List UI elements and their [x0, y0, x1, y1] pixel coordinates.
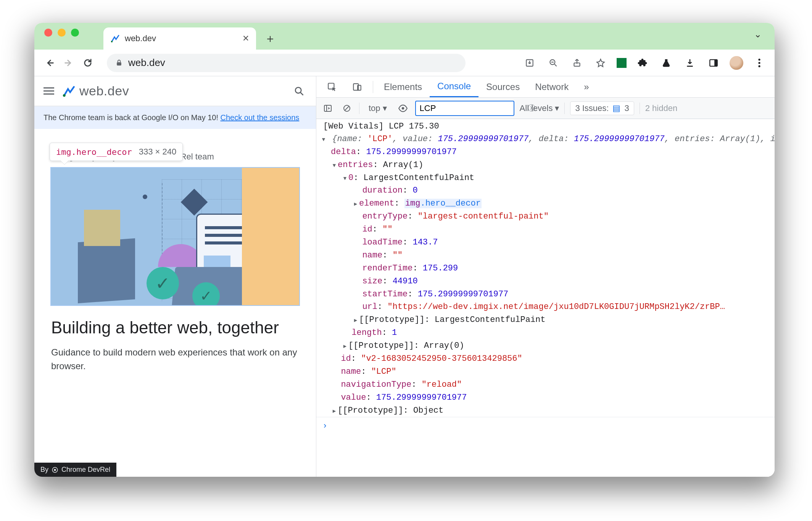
minimize-window-icon[interactable] — [58, 29, 66, 37]
site-header: web.dev — [34, 76, 316, 106]
tab-console[interactable]: Console — [430, 76, 478, 97]
svg-point-9 — [758, 65, 760, 67]
banner-link[interactable]: Check out the sessions — [221, 113, 300, 122]
tab-elements[interactable]: Elements — [376, 76, 430, 97]
svg-point-13 — [54, 469, 56, 471]
issues-button[interactable]: 3 Issues: ▤ 3 — [570, 101, 634, 115]
close-window-icon[interactable] — [44, 29, 52, 37]
address-bar[interactable]: web.dev — [107, 54, 466, 72]
close-tab-icon[interactable]: ✕ — [242, 34, 249, 43]
tab-network[interactable]: Network — [527, 76, 576, 97]
reload-button[interactable] — [80, 55, 95, 71]
browser-toolbar: web.dev — [34, 50, 775, 76]
back-button[interactable] — [42, 55, 57, 71]
install-icon[interactable] — [522, 55, 537, 71]
svg-point-10 — [63, 94, 66, 96]
zoom-icon[interactable] — [546, 55, 561, 71]
svg-point-11 — [295, 87, 301, 93]
forward-button[interactable] — [61, 55, 76, 71]
announcement-banner: The Chrome team is back at Google I/O on… — [34, 106, 316, 129]
filter-text-field[interactable] — [420, 103, 525, 113]
device-toggle-icon[interactable] — [345, 76, 370, 97]
menu-icon[interactable] — [752, 55, 767, 71]
bookmark-icon[interactable] — [593, 55, 608, 71]
devtools-tab-bar: Elements Console Sources Network » ⚠2 ▤3… — [316, 76, 775, 98]
share-icon[interactable] — [569, 55, 585, 71]
tab-title: web.dev — [125, 34, 238, 43]
sidebar-toggle-icon[interactable] — [321, 101, 335, 115]
page-subheadline: Guidance to build modern web experiences… — [51, 346, 299, 373]
console-filter-bar: top ▾ ⓧ All levels ▾ 3 Issues: ▤ 3 2 hid… — [316, 98, 775, 119]
banner-text: The Chrome team is back at Google I/O on… — [44, 113, 221, 122]
all-tabs-button[interactable]: ⌄ — [746, 29, 769, 43]
hamburger-icon[interactable] — [44, 87, 54, 95]
svg-rect-1 — [117, 62, 121, 65]
element-reference[interactable]: img.hero__decor — [404, 199, 482, 208]
log-header: [Web Vitals] LCP 175.30 — [323, 121, 775, 133]
new-tab-button[interactable]: ＋ — [261, 29, 280, 48]
tooltip-dimensions: 333 × 240 — [139, 147, 176, 157]
browser-window: web.dev ✕ ＋ ⌄ web.dev — [34, 23, 775, 477]
site-logo[interactable]: web.dev — [63, 84, 129, 98]
content-area: web.dev The Chrome team is back at Googl… — [34, 76, 775, 477]
favicon-icon — [110, 34, 120, 43]
devtools-panel: Elements Console Sources Network » ⚠2 ▤3… — [316, 76, 775, 477]
fullscreen-window-icon[interactable] — [71, 29, 79, 37]
window-controls — [40, 29, 84, 44]
check-icon: ✓ — [147, 267, 179, 299]
tooltip-selector: img.hero__decor — [56, 147, 132, 157]
profile-avatar[interactable] — [730, 56, 743, 70]
console-prompt[interactable]: › — [316, 417, 775, 436]
url-text: web.dev — [128, 57, 165, 69]
page-headline: Building a better web, together — [51, 318, 299, 337]
tab-sources[interactable]: Sources — [478, 76, 527, 97]
svg-rect-6 — [714, 59, 717, 66]
svg-point-19 — [401, 107, 404, 109]
svg-point-8 — [758, 62, 760, 64]
live-expression-icon[interactable] — [396, 101, 410, 115]
browser-tab[interactable]: web.dev ✕ — [103, 27, 256, 50]
inspect-icon[interactable] — [319, 76, 345, 97]
tab-strip: web.dev ✕ ＋ ⌄ — [34, 23, 775, 50]
svg-point-0 — [111, 41, 113, 42]
hidden-count: 2 hidden — [645, 103, 677, 113]
devrel-badge: By Chrome DevRel — [34, 463, 116, 477]
svg-rect-17 — [324, 105, 331, 111]
console-output[interactable]: [Web Vitals] LCP 175.30 vitals.js:208 {n… — [316, 119, 775, 477]
labs-icon[interactable] — [659, 55, 674, 71]
element-tooltip: img.hero__decor 333 × 240 — [50, 143, 183, 161]
web-page: web.dev The Chrome team is back at Googl… — [34, 76, 316, 477]
lock-icon — [115, 59, 123, 67]
extensions-icon[interactable] — [635, 55, 650, 71]
more-tabs-icon[interactable]: » — [576, 76, 596, 97]
search-icon[interactable] — [292, 84, 307, 99]
download-icon[interactable] — [682, 55, 698, 71]
site-name: web.dev — [79, 84, 129, 98]
log-levels-selector[interactable]: All levels ▾ — [520, 103, 559, 113]
svg-point-7 — [758, 58, 760, 60]
hero-image: ✓ ✓ — [51, 168, 299, 305]
extension-square-icon[interactable] — [617, 58, 627, 68]
clear-console-icon[interactable] — [340, 101, 354, 115]
sidepanel-icon[interactable] — [706, 55, 721, 71]
filter-input[interactable]: ⓧ — [415, 101, 514, 116]
context-selector[interactable]: top ▾ — [365, 103, 391, 113]
